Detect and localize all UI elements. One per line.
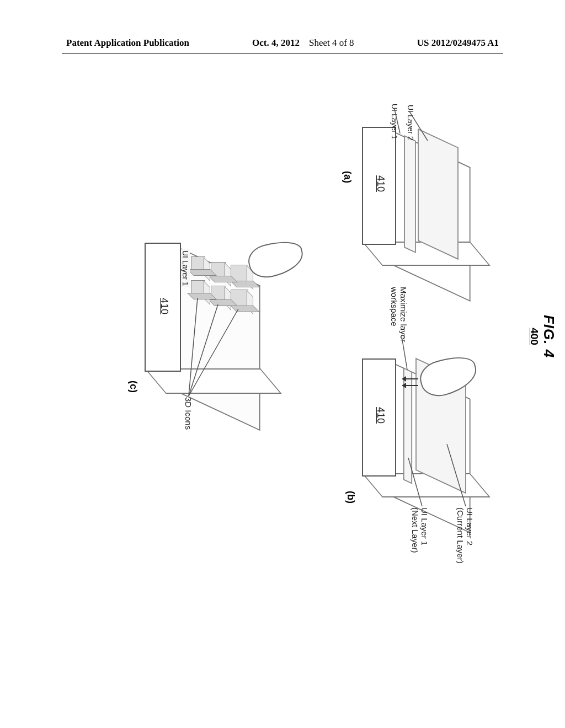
panel-c-label-layer1: UI Layer 1	[181, 249, 190, 287]
figure-title-ref: 400	[528, 309, 540, 364]
panel-b: 410 (b) UI Layer 2 (Current Layer) UI La…	[281, 325, 480, 557]
arrow-down-icon	[403, 378, 418, 379]
sheet-number: Sheet 4 of 8	[309, 38, 354, 48]
panel-c-letter: (c)	[127, 381, 139, 393]
figure-4: FIG. 4 400 410 UI Layer 1 UI Layer 2 (a)…	[55, 116, 513, 552]
panel-b-label-current-layer: UI Layer 2 (Current Layer)	[456, 507, 475, 564]
panel-c-side	[145, 368, 282, 394]
header-rule	[62, 53, 503, 53]
panel-a-ui-layer-2	[418, 129, 459, 260]
panel-a-letter: (a)	[342, 171, 353, 183]
panel-b-label-maximize: Maximize layer workspace	[390, 287, 409, 342]
pub-label: Patent Application Publication	[66, 38, 189, 49]
panel-b-ref-410: 410	[375, 407, 386, 424]
cube-icon	[191, 256, 205, 271]
pub-date: Oct. 4, 2012 Sheet 4 of 8	[189, 38, 417, 49]
panel-b-side	[362, 473, 491, 497]
panel-a-label-layer1: UI Layer 1	[390, 104, 399, 140]
pub-number: US 2012/0249475 A1	[417, 38, 499, 49]
figure-title: FIG. 4 400	[528, 309, 557, 364]
pub-date-text: Oct. 4, 2012	[252, 38, 300, 48]
panel-b-letter: (b)	[345, 491, 356, 504]
panel-b-label-next-layer: UI Layer 1 (Next Layer)	[411, 507, 430, 553]
panel-a-ui-layer-1	[404, 135, 416, 253]
panel-c-ref-410: 410	[158, 298, 170, 314]
panel-c-label-3d-icons: 3D Icons	[184, 397, 193, 430]
arrow-down-icon	[403, 385, 418, 386]
cube-icon	[191, 280, 205, 295]
panel-a: 410 UI Layer 1 UI Layer 2 (a)	[303, 99, 480, 276]
panel-c: 410 (c) UI Layer 1 3D Icons	[83, 210, 281, 452]
figure-title-main: FIG. 4	[540, 309, 557, 364]
panel-a-ref-410: 410	[375, 175, 386, 192]
panel-a-side	[362, 242, 491, 266]
panel-a-label-layer2: UI Layer 2	[406, 105, 415, 141]
stylus-icon	[246, 237, 306, 281]
